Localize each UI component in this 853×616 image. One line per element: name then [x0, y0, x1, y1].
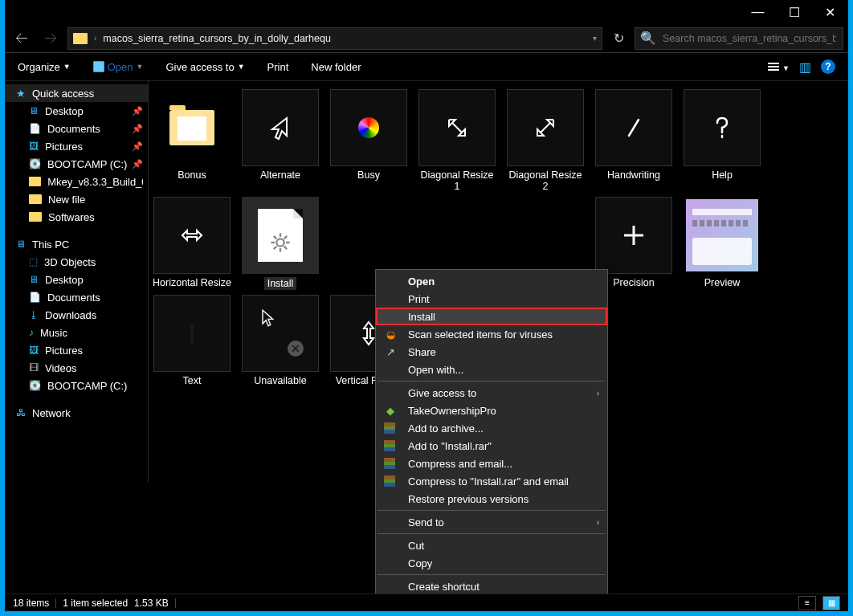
- ctx-cut[interactable]: Cut: [376, 536, 607, 554]
- file-item-unavailable[interactable]: ✕ Unavailable: [240, 295, 320, 386]
- sidebar-item-3d-objects[interactable]: ⬚3D Objects: [5, 253, 148, 271]
- separator: [378, 533, 606, 534]
- sidebar-item-bootcamp-2[interactable]: 💽BOOTCAMP (C:): [5, 377, 148, 394]
- give-access-menu[interactable]: Give access to ▼: [165, 61, 244, 73]
- files-grid[interactable]: Bonus Alternate Busy Diagonal Resize 1 D…: [149, 81, 848, 594]
- organize-menu[interactable]: Organize ▼: [18, 61, 71, 73]
- cube-icon: ⬚: [29, 256, 38, 267]
- new-folder-button[interactable]: New folder: [311, 61, 361, 73]
- sidebar-item-pictures-2[interactable]: 🖼Pictures: [5, 341, 148, 359]
- winrar-icon: [384, 475, 395, 487]
- search-box[interactable]: 🔍: [635, 27, 843, 50]
- open-menu[interactable]: Open ▼: [93, 61, 144, 73]
- file-item-alternate[interactable]: Alternate: [240, 89, 320, 192]
- sidebar-item-bootcamp[interactable]: 💽BOOTCAMP (C:)📌: [5, 155, 148, 173]
- sidebar-item-this-pc[interactable]: 🖥This PC: [5, 235, 148, 253]
- content-area: ★Quick access 🖥Desktop📌 📄Documents📌 🖼Pic…: [5, 81, 848, 594]
- sidebar-item-videos[interactable]: 🎞Videos: [5, 359, 148, 377]
- sidebar-item-quick-access[interactable]: ★Quick access: [5, 84, 148, 102]
- forward-button[interactable]: 🡢: [39, 27, 63, 51]
- file-label: Preview: [704, 277, 740, 288]
- unavailable-x-icon: ✕: [288, 341, 304, 357]
- navigation-bar: 🡠 🡢 🡡 › macos_sierra_retina_cursors_by_i…: [5, 24, 848, 53]
- sidebar-item-pictures[interactable]: 🖼Pictures📌: [5, 137, 148, 155]
- back-button[interactable]: 🡠: [10, 27, 34, 51]
- file-item-preview[interactable]: Preview: [682, 197, 762, 290]
- context-menu: Open Print Install ◒Scan selected items …: [375, 269, 608, 594]
- ctx-add-rar[interactable]: Add to "Install.rar": [376, 437, 607, 455]
- ctx-restore[interactable]: Restore previous versions: [376, 490, 607, 508]
- svg-line-8: [284, 236, 288, 239]
- ctx-scan-viruses[interactable]: ◒Scan selected items for viruses: [376, 325, 607, 343]
- preview-pane-toggle-icon[interactable]: ▥: [799, 59, 811, 75]
- file-item-text[interactable]: I Text: [152, 295, 232, 386]
- sidebar-item-downloads[interactable]: ⭳Downloads: [5, 306, 148, 324]
- file-item-handwriting[interactable]: Handwriting: [594, 89, 674, 192]
- file-item-hresize[interactable]: Horizontal Resize: [152, 197, 232, 290]
- ctx-copy[interactable]: Copy: [376, 554, 607, 572]
- file-item-busy[interactable]: Busy: [329, 89, 409, 192]
- sidebar-item-desktop[interactable]: 🖥Desktop📌: [5, 102, 148, 120]
- file-explorer-window: — ☐ ✕ 🡠 🡢 🡡 › macos_sierra_retina_cursor…: [5, 0, 848, 611]
- sidebar-item-music[interactable]: ♪Music: [5, 324, 148, 341]
- ctx-share[interactable]: ↗Share: [376, 343, 607, 361]
- desktop-icon: 🖥: [29, 274, 39, 285]
- pin-icon: 📌: [132, 106, 143, 116]
- diagonal-resize-icon: [441, 112, 473, 144]
- file-item-help[interactable]: Help: [682, 89, 762, 192]
- thumbnails-view-button[interactable]: ▦: [822, 596, 840, 610]
- file-label: Handwriting: [607, 169, 660, 181]
- address-bar[interactable]: › macos_sierra_retina_cursors_by_in_doll…: [67, 27, 602, 50]
- ctx-give-access[interactable]: Give access to›: [376, 384, 607, 402]
- pictures-icon: 🖼: [29, 141, 39, 152]
- precision-icon: [618, 219, 650, 251]
- file-item-diag1[interactable]: Diagonal Resize 1: [417, 89, 497, 192]
- pin-icon: 📌: [132, 124, 143, 134]
- svg-line-7: [274, 247, 277, 250]
- ctx-send-to[interactable]: Send to›: [376, 513, 607, 531]
- print-button[interactable]: Print: [267, 61, 289, 73]
- sidebar-item-softwares[interactable]: Softwares: [5, 208, 148, 226]
- list-icon: ≡: [805, 598, 810, 607]
- chevron-down-icon: ▼: [238, 63, 245, 71]
- sidebar-item-mkey[interactable]: Mkey_v8.3.3_Build_0: [5, 173, 148, 190]
- search-input[interactable]: [661, 32, 838, 45]
- chevron-down-icon: ▼: [63, 63, 71, 71]
- sidebar-item-new-file[interactable]: New file: [5, 190, 148, 208]
- file-label: Diagonal Resize 1: [417, 169, 497, 192]
- ctx-compress-rar-email[interactable]: Compress to "Install.rar" and email: [376, 472, 607, 490]
- close-button[interactable]: ✕: [812, 0, 848, 24]
- breadcrumb-current[interactable]: macos_sierra_retina_cursors_by_in_dolly_…: [103, 33, 331, 44]
- view-menu-icon[interactable]: ▼: [768, 59, 790, 74]
- sidebar-item-documents[interactable]: 📄Documents📌: [5, 120, 148, 137]
- share-icon: ↗: [384, 345, 397, 358]
- file-item-diag2[interactable]: Diagonal Resize 2: [505, 89, 586, 192]
- ctx-add-archive[interactable]: Add to archive...: [376, 419, 607, 437]
- details-view-button[interactable]: ≡: [798, 596, 816, 610]
- chevron-down-icon[interactable]: ▾: [593, 34, 597, 43]
- maximize-button[interactable]: ☐: [776, 0, 812, 24]
- file-item-bonus[interactable]: Bonus: [152, 89, 232, 192]
- desktop-icon: 🖥: [29, 105, 39, 116]
- inf-file-icon: [258, 209, 303, 262]
- document-icon: 📄: [29, 123, 41, 134]
- ctx-open-with[interactable]: Open with...: [376, 361, 607, 378]
- minimize-button[interactable]: —: [740, 0, 776, 24]
- separator: [378, 381, 606, 381]
- sidebar-item-documents-2[interactable]: 📄Documents: [5, 288, 148, 306]
- refresh-button[interactable]: ↻: [607, 27, 630, 50]
- ctx-compress-email[interactable]: Compress and email...: [376, 455, 607, 472]
- ctx-takeownership[interactable]: ◆TakeOwnershipPro: [376, 402, 607, 419]
- file-item-install[interactable]: Install: [240, 197, 320, 290]
- folder-icon: [29, 194, 42, 204]
- svg-point-0: [276, 239, 284, 246]
- help-button[interactable]: ?: [821, 59, 835, 74]
- ctx-install[interactable]: Install: [376, 308, 607, 325]
- sidebar-item-desktop-2[interactable]: 🖥Desktop: [5, 271, 148, 288]
- ctx-open[interactable]: Open: [376, 272, 607, 290]
- ctx-create-shortcut[interactable]: Create shortcut: [376, 577, 607, 594]
- sidebar-item-network[interactable]: 🖧Network: [5, 404, 148, 422]
- file-label: Unavailable: [254, 375, 306, 386]
- file-label: Horizontal Resize: [153, 277, 231, 288]
- ctx-print[interactable]: Print: [376, 290, 607, 308]
